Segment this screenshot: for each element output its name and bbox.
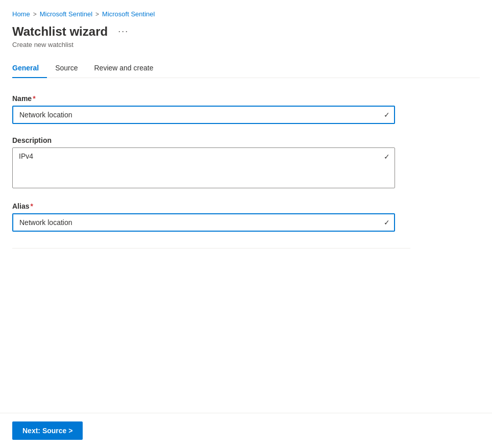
alias-label: Alias*: [12, 202, 410, 210]
breadcrumb-sentinel-1[interactable]: Microsoft Sentinel: [40, 10, 92, 18]
alias-form-group: Alias* ✓: [12, 202, 410, 232]
tab-general[interactable]: General: [12, 59, 47, 78]
breadcrumb: Home > Microsoft Sentinel > Microsoft Se…: [12, 10, 480, 18]
page-header: Watchlist wizard ···: [12, 24, 480, 39]
tab-source[interactable]: Source: [47, 59, 86, 78]
breadcrumb-sep-2: >: [95, 11, 99, 18]
description-form-group: Description IPv4 ✓: [12, 136, 410, 190]
form-divider: [12, 248, 410, 248]
tabs-container: General Source Review and create: [12, 59, 480, 78]
breadcrumb-sep-1: >: [33, 11, 37, 18]
more-options-button[interactable]: ···: [114, 24, 133, 39]
description-textarea[interactable]: IPv4: [12, 147, 395, 188]
name-input-wrapper: ✓: [12, 106, 395, 124]
alias-input-wrapper: ✓: [12, 213, 395, 232]
name-required-star: *: [33, 94, 35, 103]
description-input-wrapper: IPv4 ✓: [12, 147, 395, 190]
next-source-button[interactable]: Next: Source >: [12, 421, 83, 440]
page-container: Home > Microsoft Sentinel > Microsoft Se…: [0, 0, 492, 275]
breadcrumb-home[interactable]: Home: [12, 10, 30, 18]
name-form-group: Name* ✓: [12, 94, 410, 124]
footer: Next: Source >: [0, 413, 492, 448]
form-container: Name* ✓ Description IPv4 ✓ Alias* ✓: [12, 94, 410, 248]
alias-required-star: *: [30, 202, 33, 210]
name-label: Name*: [12, 94, 410, 103]
page-subtitle: Create new watchlist: [12, 41, 480, 48]
tab-review-create[interactable]: Review and create: [86, 59, 162, 78]
description-label: Description: [12, 136, 410, 144]
name-input[interactable]: [12, 106, 395, 124]
breadcrumb-sentinel-2[interactable]: Microsoft Sentinel: [102, 10, 155, 18]
alias-input[interactable]: [12, 213, 395, 232]
page-title: Watchlist wizard: [12, 24, 108, 39]
